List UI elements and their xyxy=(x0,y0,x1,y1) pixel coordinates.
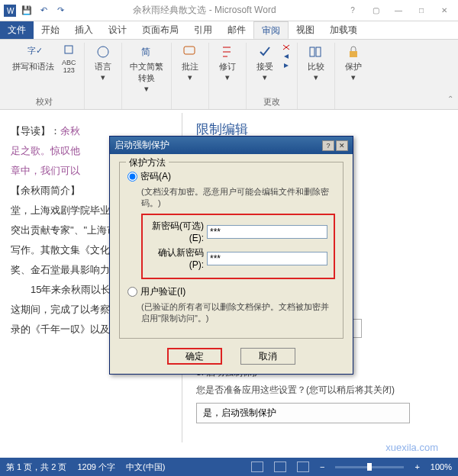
tracking-button[interactable]: 修订▾ xyxy=(214,43,241,84)
undo-icon[interactable]: ↶ xyxy=(37,4,50,18)
prev-change-button[interactable] xyxy=(280,52,292,61)
zoom-out-button[interactable]: − xyxy=(320,462,324,471)
tab-review[interactable]: 审阅 xyxy=(253,21,289,39)
zoom-in-button[interactable]: + xyxy=(414,462,419,471)
dialog-title: 启动强制保护 xyxy=(114,139,169,152)
compare-button[interactable]: 比较▾ xyxy=(302,43,330,84)
comments-button[interactable]: 批注▾ xyxy=(176,43,204,84)
lock-icon xyxy=(346,44,361,60)
book-icon xyxy=(63,44,74,55)
chinese-conversion-button[interactable]: 简中文简繁 转换▾ xyxy=(127,43,166,95)
zoom-level[interactable]: 100% xyxy=(431,462,452,471)
save-icon[interactable]: 💾 xyxy=(20,4,34,18)
password-hint: (文档没有加密。恶意用户可能会编辑文件和删除密码。) xyxy=(141,186,335,209)
tab-home[interactable]: 开始 xyxy=(34,21,67,39)
tab-file[interactable]: 文件 xyxy=(0,21,34,39)
ok-button[interactable]: 确定 xyxy=(167,348,222,365)
tab-view[interactable]: 视图 xyxy=(289,21,322,39)
tab-insert[interactable]: 插入 xyxy=(67,21,101,39)
close-button[interactable]: ✕ xyxy=(434,3,455,18)
svg-text:W: W xyxy=(7,7,15,15)
accept-icon xyxy=(257,44,273,60)
thesaurus-button[interactable] xyxy=(59,43,79,56)
print-layout-icon[interactable] xyxy=(274,462,286,472)
user-auth-radio[interactable] xyxy=(127,287,137,297)
compare-icon xyxy=(308,44,324,60)
wordcount-status[interactable]: 1209 个字 xyxy=(77,462,115,473)
zoom-slider[interactable] xyxy=(335,466,404,468)
word-icon: W xyxy=(3,4,17,18)
confirm-password-label: 确认新密码(P): xyxy=(149,246,204,270)
start-enforcing-dialog: 启动强制保护 ? ✕ 保护方法 密码(A) (文档没有加密。恶意用户可能会编辑文… xyxy=(109,136,353,375)
dialog-help-button[interactable]: ? xyxy=(322,140,334,151)
page-status[interactable]: 第 1 页，共 2 页 xyxy=(6,462,66,473)
svg-text:字✓: 字✓ xyxy=(27,46,41,55)
comment-icon xyxy=(182,44,198,60)
read-mode-icon[interactable] xyxy=(251,462,263,472)
user-auth-hint: (已验证的所有者可以删除文档保护。文档被加密并启用"限制访问"。) xyxy=(141,301,335,324)
svg-rect-8 xyxy=(316,47,321,56)
ready-question: 您是否准备应用这些设置？(您可以稍后将其关闭) xyxy=(196,384,444,397)
redo-icon[interactable]: ↷ xyxy=(53,4,67,18)
collapse-ribbon-icon[interactable]: ⌃ xyxy=(447,95,453,103)
help-button[interactable]: ? xyxy=(342,3,363,18)
protect-button[interactable]: 保护▾ xyxy=(340,43,367,84)
svg-point-4 xyxy=(98,47,108,57)
language-status[interactable]: 中文(中国) xyxy=(126,462,165,473)
wordcount-button[interactable]: ABC123 xyxy=(59,57,79,76)
accept-button[interactable]: 接受▾ xyxy=(251,43,279,84)
fieldset-legend: 保护方法 xyxy=(126,156,169,169)
tab-addins[interactable]: 加载项 xyxy=(322,21,365,39)
password-radio[interactable] xyxy=(127,172,137,182)
tab-mailings[interactable]: 邮件 xyxy=(220,21,253,39)
tab-design[interactable]: 设计 xyxy=(101,21,134,39)
cancel-button[interactable]: 取消 xyxy=(240,348,295,365)
tab-references[interactable]: 引用 xyxy=(186,21,220,39)
tracking-icon xyxy=(220,44,235,60)
ribbon-options-button[interactable]: ▢ xyxy=(365,3,386,18)
tab-layout[interactable]: 页面布局 xyxy=(134,21,186,39)
ribbon-tabs: 文件 开始 插入 设计 页面布局 引用 邮件 审阅 视图 加载项 xyxy=(0,21,458,40)
new-password-label: 新密码(可选)(E): xyxy=(149,220,204,243)
svg-rect-6 xyxy=(184,47,195,54)
reject-icon xyxy=(281,43,292,51)
minimize-button[interactable]: — xyxy=(388,3,409,18)
language-button[interactable]: 语言▾ xyxy=(89,43,117,84)
confirm-password-input[interactable] xyxy=(207,252,327,265)
ribbon: 字✓ 拼写和语法 ABC123 校对 语言▾ 简中文简繁 转换▾ 批注▾ 修订▾ xyxy=(0,40,458,110)
spelling-icon: 字✓ xyxy=(26,44,41,60)
group-changes-label: 更改 xyxy=(263,95,280,109)
password-fields-highlight: 新密码(可选)(E): 确认新密码(P): xyxy=(141,214,335,279)
prev-icon xyxy=(281,53,292,60)
password-radio-label: 密码(A) xyxy=(140,170,171,183)
svg-rect-9 xyxy=(350,51,357,57)
window-title: 余秋雨经典散文选 - Microsoft Word xyxy=(67,4,342,17)
start-enforcing-button[interactable]: 是，启动强制保护 xyxy=(196,403,410,423)
globe-icon xyxy=(95,44,111,60)
new-password-input[interactable] xyxy=(207,225,327,239)
watermark: xuexila.com xyxy=(385,442,438,453)
svg-text:简: 简 xyxy=(141,47,150,57)
user-auth-radio-label: 用户验证(I) xyxy=(140,285,185,298)
group-proofing-label: 校对 xyxy=(36,95,53,109)
reject-button[interactable] xyxy=(280,43,292,52)
svg-rect-3 xyxy=(65,46,73,53)
web-layout-icon[interactable] xyxy=(297,462,309,472)
status-bar: 第 1 页，共 2 页 1209 个字 中文(中国) − + 100% xyxy=(0,458,458,476)
maximize-button[interactable]: □ xyxy=(411,3,432,18)
spelling-button[interactable]: 字✓ 拼写和语法 xyxy=(9,43,57,74)
dialog-close-button[interactable]: ✕ xyxy=(336,140,348,151)
next-icon xyxy=(281,62,292,69)
svg-rect-7 xyxy=(310,47,314,56)
convert-icon: 简 xyxy=(139,44,154,60)
next-change-button[interactable] xyxy=(280,61,292,70)
